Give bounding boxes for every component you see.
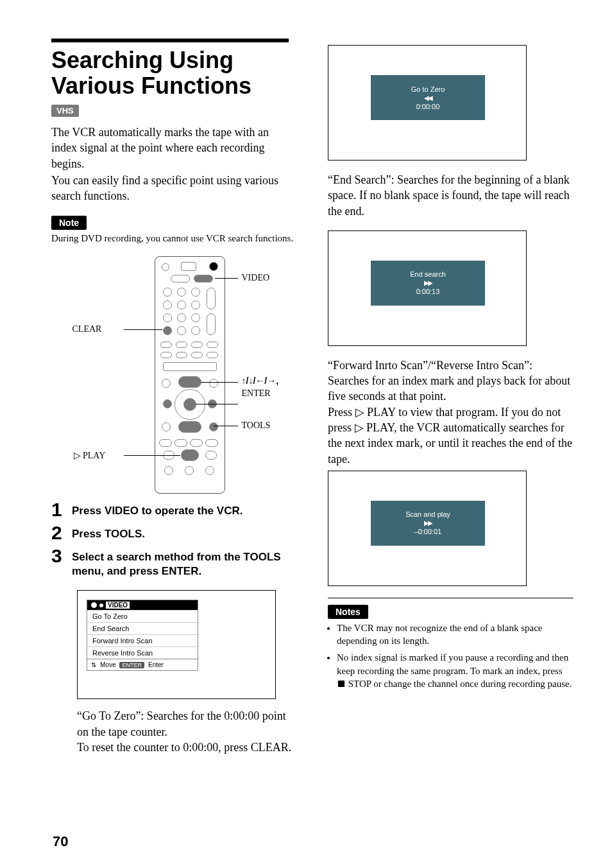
osd-go-to-zero-screen: Go to Zero ◀◀ 0:00:00 xyxy=(328,45,527,161)
step-text: Press VIDEO to operate the VCR. xyxy=(72,500,297,518)
label-video: VIDEO xyxy=(242,273,270,283)
step-number: 3 xyxy=(51,546,72,566)
intro-paragraph-1: The VCR automatically marks the tape wit… xyxy=(51,125,297,171)
updown-icon: ⇅ xyxy=(91,661,96,668)
step-number: 2 xyxy=(51,523,72,542)
ffwd-icon: ▶▶ xyxy=(424,279,432,286)
rewind-icon: ◀◀ xyxy=(424,94,432,101)
osd-scan-play-panel: Scan and play ▶▶ –0:00:01 xyxy=(371,501,485,546)
notes-bullet-1: The VCR may not recognize the end of a b… xyxy=(337,621,574,648)
footer-enter: Enter xyxy=(148,661,164,668)
section-rule xyxy=(51,39,289,42)
footer-enter-badge: ENTER xyxy=(119,662,144,668)
osd-tools-menu-screen: VIDEO Go To Zero End Search Forward Intr… xyxy=(77,590,276,699)
page-title: Searching Using Various Functions xyxy=(51,48,297,98)
notes-bullet-2: No index signal is marked if you pause a… xyxy=(337,651,574,690)
intro-paragraph-2: You can easily find a specific point usi… xyxy=(51,173,297,204)
label-enter: ENTER xyxy=(242,388,271,399)
note-text: During DVD recording, you cannot use VCR… xyxy=(51,232,297,245)
intro-scan-desc1: “Forward Inrto Scan”/“Reverse Intro Scan… xyxy=(328,358,574,404)
menu-item: Reverse Intro Scan xyxy=(87,647,198,659)
menu-item: End Search xyxy=(87,622,198,634)
go-to-zero-desc: “Go To Zero”: Searches for the 0:00:00 p… xyxy=(77,708,297,740)
panel-time: 0:00:00 xyxy=(416,103,440,110)
step-text: Press TOOLS. xyxy=(72,523,297,541)
page-number: 70 xyxy=(53,833,68,850)
play-icon: ▷ xyxy=(355,404,364,420)
play-icon: ▷ xyxy=(355,420,364,435)
intro-scan-desc2: Press ▷ PLAY to view that program. If yo… xyxy=(328,404,574,467)
ffwd-icon: ▶▶ xyxy=(424,519,432,526)
menu-item: Forward Intro Scan xyxy=(87,634,198,647)
osd-end-search-panel: End search ▶▶ 0:00:13 xyxy=(371,261,485,306)
step-1: 1 Press VIDEO to operate the VCR. xyxy=(51,500,297,519)
notes-badge: Notes xyxy=(328,605,368,619)
menu-item: Go To Zero xyxy=(87,610,198,622)
osd-end-search-screen: End search ▶▶ 0:00:13 xyxy=(328,230,527,346)
label-clear: CLEAR xyxy=(72,324,102,334)
panel-title: Go to Zero xyxy=(411,85,445,93)
footer-move: Move xyxy=(100,661,115,668)
step-text: Select a search method from the TOOLS me… xyxy=(72,546,297,578)
stop-icon xyxy=(338,681,344,687)
osd-go-to-zero-panel: Go to Zero ◀◀ 0:00:00 xyxy=(371,75,485,120)
panel-time: 0:00:13 xyxy=(416,288,440,295)
panel-title: End search xyxy=(410,270,446,278)
note-badge: Note xyxy=(51,216,87,230)
go-to-zero-reset: To reset the counter to 0:00:00, press C… xyxy=(77,740,297,755)
end-search-desc: “End Search”: Searches for the beginning… xyxy=(328,172,574,219)
label-play: ▷ PLAY xyxy=(74,450,106,461)
panel-time: –0:00:01 xyxy=(414,528,442,535)
osd-tools-menu: VIDEO Go To Zero End Search Forward Intr… xyxy=(87,600,198,671)
divider xyxy=(328,598,574,598)
osd-scan-play-screen: Scan and play ▶▶ –0:00:01 xyxy=(328,471,527,586)
vhs-badge: VHS xyxy=(51,105,79,117)
label-arrows: ↑/↓/←/→, xyxy=(242,376,279,386)
label-tools: TOOLS xyxy=(242,421,271,431)
panel-title: Scan and play xyxy=(405,510,450,518)
step-number: 1 xyxy=(51,500,72,519)
step-2: 2 Press TOOLS. xyxy=(51,523,297,542)
osd-menu-header: VIDEO xyxy=(106,602,130,609)
step-3: 3 Select a search method from the TOOLS … xyxy=(51,546,297,578)
remote-diagram: VIDEO CLEAR ↑/↓/←/→, ENTER TOOLS ▷ PLAY xyxy=(69,256,280,494)
